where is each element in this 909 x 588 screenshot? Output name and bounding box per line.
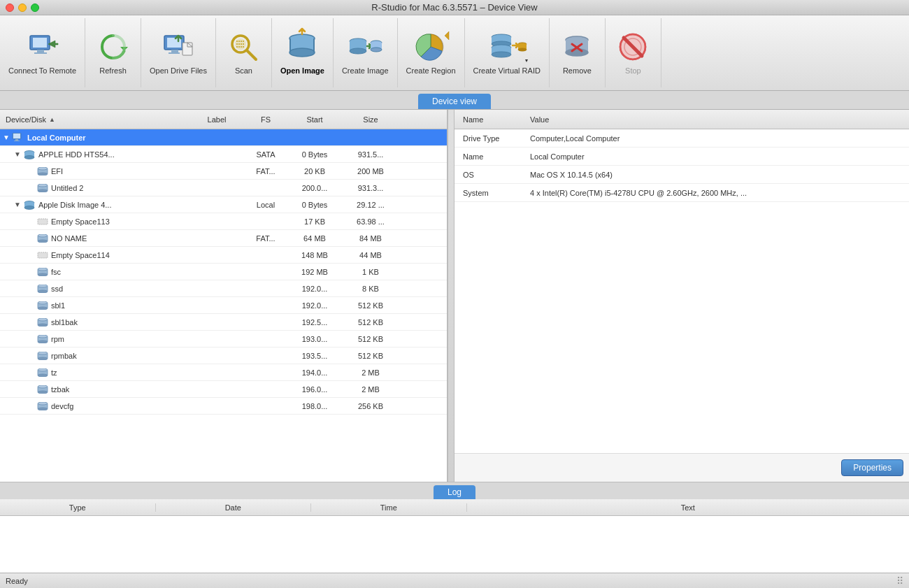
prop-value: 4 x Intel(R) Core(TM) i5-4278U CPU @ 2.6…	[524, 189, 909, 197]
cell-size: 256 KB	[343, 402, 399, 410]
props-row: System 4 x Intel(R) Core(TM) i5-4278U CP…	[454, 184, 909, 202]
create-virtual-raid-label: Create Virtual RAID	[473, 66, 541, 76]
tree-row[interactable]: tzbak 196.0... 2 MB	[0, 381, 447, 398]
device-icon	[38, 167, 48, 175]
expand-arrow[interactable]: ▼	[3, 134, 10, 141]
create-virtual-raid-icon	[490, 30, 524, 64]
tree-row[interactable]: Empty Space114 148 MB 44 MB	[0, 247, 447, 264]
cell-start: 0 Bytes	[287, 150, 343, 159]
svg-rect-1	[33, 38, 47, 48]
create-region-icon	[414, 30, 448, 64]
cell-size: 200 MB	[343, 167, 399, 175]
refresh-icon	[96, 30, 130, 64]
cell-device: sbl1	[0, 301, 189, 310]
minimize-button[interactable]	[18, 3, 27, 12]
tree-row[interactable]: sbl1 192.0... 512 KB	[0, 297, 447, 314]
tree-row[interactable]: ▼ Apple Disk Image 4... Local 0 Bytes 29…	[0, 196, 447, 213]
stop-button[interactable]: Stop	[606, 18, 661, 87]
svg-rect-49	[15, 139, 18, 141]
tree-row[interactable]: rpm 193.0... 512 KB	[0, 331, 447, 347]
stop-label: Stop	[625, 66, 641, 76]
expand-arrow[interactable]: ▼	[14, 201, 21, 208]
svg-point-17	[289, 48, 315, 57]
svg-point-72	[38, 285, 48, 287]
tree-row[interactable]: fsc 192 MB 1 KB	[0, 264, 447, 280]
device-icon	[38, 368, 48, 377]
refresh-button[interactable]: Refresh	[85, 18, 141, 87]
create-region-button[interactable]: Create Region	[398, 18, 465, 87]
cell-start: 194.0...	[287, 368, 343, 377]
tree-row[interactable]: EFI FAT... 20 KB 200 MB	[0, 163, 447, 180]
device-name: tzbak	[51, 385, 69, 394]
cell-size: 63.98 ...	[343, 217, 399, 226]
svg-point-25	[371, 48, 382, 52]
tree-row[interactable]: sbl1bak 192.5... 512 KB	[0, 314, 447, 331]
tree-row[interactable]: Empty Space113 17 KB 63.98 ...	[0, 213, 447, 230]
svg-point-62	[24, 206, 34, 209]
svg-point-56	[38, 173, 48, 175]
svg-rect-19	[313, 38, 315, 52]
cell-start: 192.5...	[287, 318, 343, 327]
svg-rect-6	[171, 50, 178, 52]
expand-arrow[interactable]: ▼	[14, 150, 21, 158]
cell-size: 1 KB	[343, 268, 399, 276]
open-image-button[interactable]: Open Image	[272, 18, 334, 87]
device-name: NO NAME	[51, 234, 87, 243]
cell-size: 512 KB	[343, 301, 399, 310]
tree-row[interactable]: rpmbak 193.5... 512 KB	[0, 347, 447, 364]
svg-point-59	[38, 189, 48, 192]
device-view-tab-container: Device view	[0, 91, 909, 110]
cell-size: 931.3...	[343, 184, 399, 192]
cell-device: sbl1bak	[0, 318, 189, 327]
col-header-label: Label	[189, 115, 245, 124]
device-icon	[38, 217, 48, 226]
refresh-label: Refresh	[99, 66, 127, 76]
props-row: Drive Type Computer,Local Computer	[454, 129, 909, 148]
cell-device: Empty Space114	[0, 251, 189, 259]
prop-value: Local Computer	[524, 152, 909, 161]
device-name: Empty Space113	[51, 217, 110, 226]
svg-point-81	[38, 335, 48, 338]
device-view-tab[interactable]: Device view	[418, 94, 491, 109]
svg-point-33	[492, 52, 511, 57]
tree-row[interactable]: tz 194.0... 2 MB	[0, 364, 447, 381]
cell-device: rpm	[0, 335, 189, 343]
svg-rect-18	[289, 38, 291, 52]
cell-device: Empty Space113	[0, 217, 189, 226]
resize-handle[interactable]: ⠿	[896, 575, 903, 587]
maximize-button[interactable]	[31, 3, 39, 12]
svg-rect-48	[13, 134, 20, 138]
traffic-lights[interactable]	[6, 3, 39, 12]
cell-size: 29.12 ...	[343, 201, 399, 209]
vertical-scrollbar[interactable]	[448, 110, 454, 482]
create-image-button[interactable]: Create Image	[334, 18, 398, 87]
cell-device: tz	[0, 368, 189, 377]
prop-value: Computer,Local Computer	[524, 134, 909, 143]
remove-button[interactable]: Remove	[550, 18, 606, 87]
svg-line-11	[247, 50, 256, 59]
tree-row[interactable]: Untitled 2 200.0... 931.3...	[0, 180, 447, 196]
svg-point-36	[518, 48, 527, 51]
tree-row[interactable]: ▼ Local Computer	[0, 129, 447, 146]
tree-row[interactable]: NO NAME FAT... 64 MB 84 MB	[0, 230, 447, 247]
connect-remote-button[interactable]: Connect To Remote	[0, 18, 85, 87]
connect-remote-label: Connect To Remote	[8, 66, 76, 76]
log-header: Type Date Time Text	[0, 499, 909, 516]
cell-device: ▼ Local Computer	[0, 133, 189, 143]
device-icon	[38, 184, 48, 192]
cell-device: devcfg	[0, 402, 189, 410]
log-body	[0, 516, 909, 573]
log-tab[interactable]: Log	[434, 485, 475, 499]
tree-row[interactable]: ▼ APPLE HDD HTS54... SATA 0 Bytes 931.5.…	[0, 146, 447, 163]
svg-point-76	[38, 307, 48, 310]
status-text: Ready	[6, 577, 28, 585]
prop-name: Drive Type	[454, 134, 524, 143]
open-drive-files-button[interactable]: Open Drive Files	[141, 18, 216, 87]
scan-button[interactable]: Scan	[216, 18, 272, 87]
close-button[interactable]	[6, 3, 14, 12]
create-virtual-raid-button[interactable]: Create Virtual RAID	[465, 18, 550, 87]
properties-button[interactable]: Properties	[841, 459, 903, 476]
tree-row[interactable]: ssd 192.0... 8 KB	[0, 280, 447, 297]
device-icon	[13, 133, 24, 143]
tree-row[interactable]: devcfg 198.0... 256 KB	[0, 398, 447, 415]
